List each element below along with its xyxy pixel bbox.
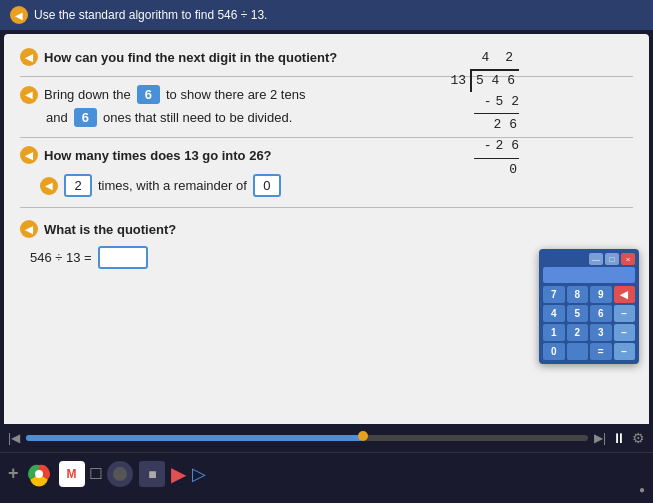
speaker-icon-q1[interactable]: ◀ [20,48,38,66]
calc-top-bar: — □ × [543,253,635,265]
calc-btn-7[interactable]: 7 [543,286,565,303]
question1-text: How can you find the next digit in the q… [44,50,337,65]
top-instruction-bar: ◀ Use the standard algorithm to find 546… [0,0,653,30]
settings-icon[interactable]: ⚙ [632,430,645,446]
bring-down-box1: 6 [137,85,160,104]
taskbar-window[interactable]: □ [91,463,102,484]
section-question1: ◀ How can you find the next digit in the… [20,48,633,66]
and-row: and 6 ones that still need to be divided… [46,108,633,127]
how-many-row: ◀ How many times does 13 go into 26? [20,146,633,164]
ld-step2-line [474,158,519,159]
calc-btn-1[interactable]: 1 [543,324,565,341]
progress-marker [358,431,368,441]
ld-step2-result: 0 [474,160,519,181]
calc-btn-6[interactable]: 6 [590,305,612,322]
ld-step2-sub: - 2 6 [474,136,519,157]
ld-step1-result: 2 6 [474,115,519,136]
taskbar-circle-icon [112,466,128,482]
section-times: ◀ 2 times, with a remainder of 0 [20,174,633,197]
speaker-icon-bd[interactable]: ◀ [20,86,38,104]
skip-forward-icon[interactable]: ▶| [594,431,606,445]
calculator: — □ × 7 8 9 ◀ 4 5 6 − 1 2 3 − 0 = − [539,249,639,364]
ld-step1: - 5 2 2 6 [474,92,519,137]
calc-btn-empty[interactable] [567,343,589,360]
calc-btn-minus1[interactable]: − [614,305,636,322]
section-bring-down: ◀ Bring down the 6 to show there are 2 t… [20,85,633,127]
progress-bar-track[interactable] [26,435,588,441]
calc-display [543,267,635,283]
divider2 [20,137,633,138]
bring-down-text2: to show there are 2 tens [166,87,305,102]
calc-minimize-btn[interactable]: — [589,253,603,265]
ld-step1-sub: - 5 2 [474,92,519,113]
bring-down-text3: ones that still need to be divided. [103,110,292,125]
divider3 [20,207,633,208]
taskbar-arrow[interactable]: ▷ [192,463,206,485]
calc-btn-minus2[interactable]: − [614,324,636,341]
taskbar-gmail[interactable]: M [59,461,85,487]
ld-divisor-row: 13 5 4 6 [450,69,519,92]
quotient-equation: 546 ÷ 13 = [30,250,92,265]
calc-close-btn[interactable]: × [621,253,635,265]
svg-point-2 [35,470,43,478]
taskbar-square[interactable]: ■ [139,461,165,487]
quotient-input[interactable] [98,246,148,269]
times-box: 2 [64,174,92,197]
ld-divisor: 13 [450,71,470,92]
bring-down-row: ◀ Bring down the 6 to show there are 2 t… [20,85,633,104]
main-content-area: ◀ How can you find the next digit in the… [4,34,649,424]
calc-keypad: 7 8 9 ◀ 4 5 6 − 1 2 3 − 0 = − [543,286,635,360]
calc-btn-4[interactable]: 4 [543,305,565,322]
remainder-row: ◀ 2 times, with a remainder of 0 [40,174,633,197]
taskbar: + M □ ■ ▶ ▷ ● [0,452,653,494]
quotient-question-row: ◀ What is the quotient? [20,220,633,238]
taskbar-circle[interactable] [107,461,133,487]
speaker-icon-quot[interactable]: ◀ [20,220,38,238]
long-division-display: 4 2 13 5 4 6 - 5 2 2 6 - 2 6 [450,48,519,181]
how-many-text: How many times does 13 go into 26? [44,148,272,163]
calc-btn-backspace[interactable]: ◀ [614,286,636,303]
ld-step1-line [474,113,519,114]
calc-btn-equals[interactable]: = [590,343,612,360]
speaker-icon-hm[interactable]: ◀ [20,146,38,164]
top-instruction-text: Use the standard algorithm to find 546 ÷… [34,8,267,22]
progress-bar-fill [26,435,363,441]
calc-btn-3[interactable]: 3 [590,324,612,341]
ld-dividend: 5 4 6 [470,69,519,92]
calc-btn-0[interactable]: 0 [543,343,565,360]
progress-area: |◀ ▶| ⏸ ⚙ [0,424,653,452]
calc-expand-btn[interactable]: □ [605,253,619,265]
taskbar-dot: ● [639,484,645,495]
quotient-question-text: What is the quotient? [44,222,176,237]
bring-down-text1: Bring down the [44,87,131,102]
speaker-icon[interactable]: ◀ [10,6,28,24]
times-label: times, with a remainder of [98,178,247,193]
play-pause-btn[interactable]: ⏸ [612,430,626,446]
question1-row: ◀ How can you find the next digit in the… [20,48,633,66]
remainder-box: 0 [253,174,281,197]
add-tab-btn[interactable]: + [8,463,19,484]
bring-down-box2: 6 [74,108,97,127]
ld-step2: - 2 6 0 [474,136,519,181]
and-text: and [46,110,68,125]
divider1 [20,76,633,77]
taskbar-play[interactable]: ▶ [171,462,186,486]
skip-back-icon[interactable]: |◀ [8,431,20,445]
svg-point-3 [113,467,127,481]
calc-btn-9[interactable]: 9 [590,286,612,303]
taskbar-chrome[interactable] [25,460,53,488]
calc-btn-minus3[interactable]: − [614,343,636,360]
section-how-many: ◀ How many times does 13 go into 26? [20,146,633,164]
ld-quotient: 4 2 [474,48,519,69]
calc-btn-8[interactable]: 8 [567,286,589,303]
calc-btn-5[interactable]: 5 [567,305,589,322]
calc-btn-2[interactable]: 2 [567,324,589,341]
speaker-icon-rem[interactable]: ◀ [40,177,58,195]
chrome-icon [25,460,53,488]
